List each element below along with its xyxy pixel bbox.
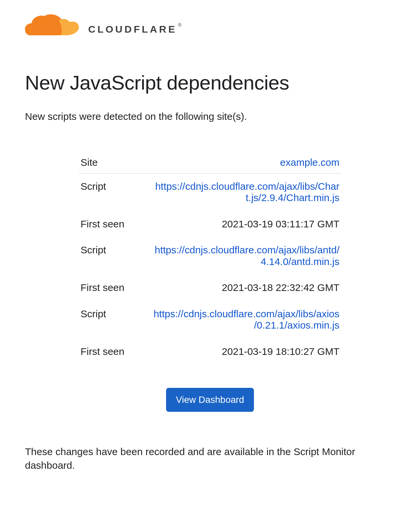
script-row: Script https://cdnjs.cloudflare.com/ajax…	[79, 301, 341, 339]
first-seen-row: First seen 2021-03-18 22:32:42 GMT	[79, 275, 341, 301]
script-url-link[interactable]: https://cdnjs.cloudflare.com/ajax/libs/a…	[153, 244, 339, 267]
script-label: Script	[81, 308, 106, 320]
script-row: Script https://cdnjs.cloudflare.com/ajax…	[79, 173, 341, 211]
site-row: Site example.com	[79, 152, 341, 173]
page-title: New JavaScript dependencies	[25, 71, 395, 94]
cta-wrap: View Dashboard	[25, 388, 395, 412]
email-page: CLOUDFLARE ® New JavaScript dependencies…	[0, 0, 420, 531]
svg-text:®: ®	[178, 22, 182, 28]
script-row: Script https://cdnjs.cloudflare.com/ajax…	[79, 237, 341, 275]
first-seen-label: First seen	[81, 282, 124, 294]
details-table: Site example.com Script https://cdnjs.cl…	[79, 152, 341, 365]
first-seen-value: 2021-03-19 18:10:27 GMT	[222, 346, 339, 358]
site-label: Site	[81, 157, 98, 168]
intro-text: New scripts were detected on the followi…	[25, 111, 395, 122]
first-seen-value: 2021-03-19 03:11:17 GMT	[222, 218, 339, 230]
first-seen-row: First seen 2021-03-19 03:11:17 GMT	[79, 211, 341, 237]
cloudflare-logo-icon: CLOUDFLARE ®	[25, 13, 185, 40]
script-label: Script	[81, 181, 106, 192]
brand-wordmark: CLOUDFLARE	[88, 24, 177, 35]
script-label: Script	[81, 244, 106, 256]
script-url-link[interactable]: https://cdnjs.cloudflare.com/ajax/libs/C…	[153, 181, 339, 204]
first-seen-label: First seen	[81, 218, 124, 230]
first-seen-row: First seen 2021-03-19 18:10:27 GMT	[79, 339, 341, 365]
first-seen-label: First seen	[81, 346, 124, 358]
first-seen-value: 2021-03-18 22:32:42 GMT	[222, 282, 339, 294]
view-dashboard-button[interactable]: View Dashboard	[166, 388, 254, 412]
script-url-link[interactable]: https://cdnjs.cloudflare.com/ajax/libs/a…	[153, 308, 339, 331]
brand-logo: CLOUDFLARE ®	[25, 13, 395, 41]
footer-text: These changes have been recorded and are…	[25, 445, 395, 472]
site-link[interactable]: example.com	[280, 157, 339, 168]
